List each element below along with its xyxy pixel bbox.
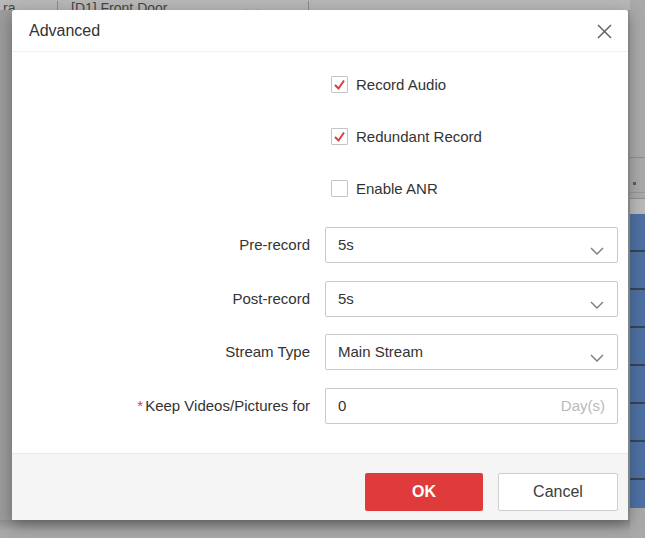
background-dimmed-area [0,520,630,538]
post-record-label: Post-record [32,281,310,317]
camera-select-value: [D1] Front Door [71,0,167,10]
keep-videos-label: *Keep Videos/Pictures for [32,388,310,424]
record-audio-label[interactable]: Record Audio [356,76,446,93]
close-button[interactable] [594,21,614,41]
background-schedule-bars [630,214,645,508]
redundant-record-row: Redundant Record [331,127,482,145]
keep-videos-label-text: Keep Videos/Pictures for [145,397,310,414]
dialog-title: Advanced [29,10,100,52]
background-table-header [630,198,645,215]
checkmark-icon [333,130,346,143]
stream-type-row: Stream Type Main Stream [12,334,628,370]
required-marker: * [137,397,143,414]
redundant-record-label[interactable]: Redundant Record [356,128,482,145]
background-camera-bar: ra [D1] Front Door [0,0,645,10]
dialog-footer: OK Cancel [12,453,628,520]
keep-videos-inputbox: Day(s) [325,388,618,424]
keep-videos-input[interactable] [326,389,568,421]
stream-type-label: Stream Type [32,334,310,370]
pre-record-select[interactable]: 5s [325,227,618,263]
record-audio-checkbox[interactable] [331,76,348,93]
divider [308,1,309,10]
background-table-text-fragment [633,182,636,185]
keep-videos-row: *Keep Videos/Pictures for Day(s) [12,388,628,424]
chevron-down-icon [245,3,259,10]
post-record-row: Post-record 5s [12,281,628,317]
enable-anr-row: Enable ANR [331,179,438,197]
divider [630,157,645,158]
pre-record-value: 5s [338,228,354,262]
cancel-button[interactable]: Cancel [498,473,618,511]
background-schedule-table [630,0,645,538]
dialog-header: Advanced [12,10,628,52]
close-icon [597,24,612,39]
checkmark-icon [333,78,346,91]
pre-record-row: Pre-record 5s [12,227,628,263]
redundant-record-checkbox[interactable] [331,128,348,145]
post-record-select[interactable]: 5s [325,281,618,317]
record-audio-row: Record Audio [331,75,446,93]
ok-button[interactable]: OK [365,473,483,511]
enable-anr-label[interactable]: Enable ANR [356,180,438,197]
stream-type-value: Main Stream [338,335,423,369]
chevron-down-icon [590,348,604,366]
pre-record-label: Pre-record [32,227,310,263]
post-record-value: 5s [338,282,354,316]
divider [57,1,58,10]
divider [630,192,645,193]
chevron-down-icon [590,295,604,313]
camera-label-fragment: ra [3,0,15,10]
advanced-dialog: Advanced Record Audio Redundant Record E… [12,10,628,520]
enable-anr-checkbox[interactable] [331,180,348,197]
chevron-down-icon [590,241,604,259]
keep-videos-unit: Day(s) [561,389,605,423]
stream-type-select[interactable]: Main Stream [325,334,618,370]
